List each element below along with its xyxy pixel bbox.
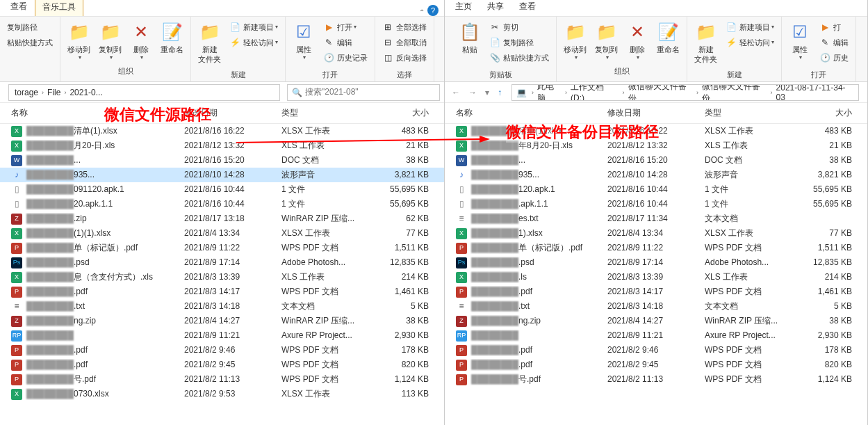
- properties-button[interactable]: ☑属性▾: [288, 18, 319, 63]
- file-row[interactable]: ▯████████120.apk.12021/8/16 10:441 文件55,…: [445, 182, 867, 197]
- col-header-size[interactable]: 大小: [802, 107, 865, 119]
- file-row[interactable]: P████████.pdf2021/8/3 14:17WPS PDF 文档1,4…: [445, 284, 867, 299]
- file-row[interactable]: Ps████████.psd2021/8/9 17:14Adobe Photos…: [0, 255, 444, 270]
- bc-segment[interactable]: 2021-0...: [68, 88, 104, 97]
- paste-shortcut-button[interactable]: 📎粘贴快捷方式: [488, 50, 550, 65]
- easy-access-button[interactable]: ⚡轻松访问▾: [724, 35, 776, 50]
- file-row[interactable]: W████████...2021/8/16 15:20DOC 文档38 KB: [0, 153, 444, 168]
- copy-path-button[interactable]: 📄复制路径: [488, 35, 550, 50]
- file-row[interactable]: RP████████2021/8/9 11:21Axure RP Project…: [445, 328, 867, 343]
- copy-path-button[interactable]: 复制路径: [6, 19, 54, 35]
- invert-selection-button[interactable]: ◫反向选择: [381, 50, 428, 65]
- paste-button[interactable]: 📋粘贴: [455, 18, 485, 57]
- file-row[interactable]: RP████████2021/8/9 11:21Axure RP Project…: [0, 328, 444, 343]
- select-none-button[interactable]: ⊟全部取消: [381, 35, 428, 50]
- file-row[interactable]: ≡████████.txt2021/8/3 14:18文本文档5 KB: [0, 299, 444, 314]
- file-row[interactable]: P████████号.pdf2021/8/2 11:13WPS PDF 文档1,…: [445, 372, 867, 387]
- nav-forward-button[interactable]: →: [466, 86, 480, 99]
- tab-view[interactable]: 查看: [511, 0, 543, 16]
- history-button[interactable]: 🕑历史记录: [322, 50, 369, 65]
- breadcrumb-path[interactable]: torage› File› 2021-0...: [8, 84, 280, 101]
- file-row[interactable]: Z████████ng.zip2021/8/4 14:27WinRAR ZIP …: [0, 314, 444, 328]
- col-header-date[interactable]: 修改日期: [184, 107, 281, 119]
- file-row[interactable]: X████████清单(1).xlsx2021/8/16 16:22XLSX 工…: [445, 124, 867, 138]
- edit-button[interactable]: ✎编辑: [818, 35, 850, 50]
- delete-button[interactable]: ✕删除▾: [126, 18, 156, 63]
- col-header-date[interactable]: 修改日期: [607, 107, 705, 119]
- file-row[interactable]: ▯████████.apk.1.12021/8/16 10:441 文件55,6…: [445, 197, 867, 211]
- file-row[interactable]: P████████.pdf2021/8/3 14:17WPS PDF 文档1,4…: [0, 284, 444, 299]
- properties-button[interactable]: ☑属性▾: [785, 18, 815, 63]
- file-row[interactable]: W████████...2021/8/16 15:20DOC 文档38 KB: [445, 153, 867, 168]
- file-row[interactable]: P████████单（标记版）.pdf2021/8/9 11:22WPS PDF…: [445, 241, 867, 255]
- tab-music-tools[interactable]: 音乐工具: [35, 0, 83, 16]
- file-row[interactable]: X████████1).xlsx2021/8/4 13:34XLSX 工作表77…: [445, 226, 867, 241]
- bc-segment[interactable]: 微信聊天文件备份: [701, 84, 769, 101]
- bc-segment[interactable]: 此电脑: [536, 84, 563, 101]
- file-row[interactable]: Z████████ng.zip2021/8/4 14:27WinRAR ZIP …: [445, 314, 867, 328]
- col-header-size[interactable]: 大小: [379, 107, 441, 119]
- open-button[interactable]: ▶打: [818, 19, 850, 35]
- copy-to-button[interactable]: 📁复制到▾: [591, 18, 622, 63]
- search-box[interactable]: 🔍搜索"2021-08": [287, 84, 440, 101]
- file-row[interactable]: X████████年8月20-日.xls2021/8/12 13:32XLS 工…: [445, 138, 867, 153]
- easy-access-button[interactable]: ⚡轻松访问▾: [228, 35, 279, 50]
- col-header-name[interactable]: 名称: [456, 107, 607, 119]
- help-icon[interactable]: ?: [427, 5, 439, 16]
- bc-segment[interactable]: 工作文档 (D:): [569, 84, 620, 101]
- cut-button[interactable]: ✂剪切: [488, 19, 550, 35]
- collapse-ribbon-icon[interactable]: ⌃: [419, 8, 425, 16]
- file-row[interactable]: Ps████████.psd2021/8/9 17:14Adobe Photos…: [445, 255, 867, 270]
- file-row[interactable]: X████████0730.xlsx2021/8/2 9:53XLSX 工作表1…: [0, 387, 444, 401]
- file-row[interactable]: P████████.pdf2021/8/2 9:46WPS PDF 文档178 …: [445, 343, 867, 358]
- bc-segment[interactable]: 2021-08-17-11-34-03: [775, 84, 854, 101]
- file-row[interactable]: X████████.ls2021/8/3 13:39XLS 工作表214 KB: [445, 270, 867, 284]
- file-row[interactable]: X████████清单(1).xlsx2021/8/16 16:22XLSX 工…: [0, 124, 444, 138]
- column-headers[interactable]: 名称 修改日期 类型 大小: [445, 103, 867, 124]
- new-folder-button[interactable]: 📁新建 文件夹: [690, 18, 721, 67]
- file-row[interactable]: ▯████████091120.apk.12021/8/16 10:441 文件…: [0, 182, 444, 197]
- file-row[interactable]: ≡████████es.txt2021/8/17 11:34文本文档: [445, 211, 867, 226]
- edit-button[interactable]: ✎编辑: [322, 35, 369, 50]
- file-row[interactable]: P████████.pdf2021/8/2 9:45WPS PDF 文档820 …: [0, 358, 444, 372]
- tab-home[interactable]: 主页: [448, 0, 480, 16]
- open-button[interactable]: ▶打开▾: [322, 19, 369, 35]
- file-row[interactable]: P████████号.pdf2021/8/2 11:13WPS PDF 文档1,…: [0, 372, 444, 387]
- paste-shortcut-button[interactable]: 粘贴快捷方式: [6, 35, 54, 50]
- history-button[interactable]: 🕑历史: [818, 50, 850, 65]
- file-row[interactable]: P████████.pdf2021/8/2 9:46WPS PDF 文档178 …: [0, 343, 444, 358]
- col-header-type[interactable]: 类型: [705, 107, 802, 119]
- copy-to-button[interactable]: 📁复制到▾: [95, 18, 126, 63]
- bc-segment[interactable]: 微信聊天文件备份: [627, 84, 695, 101]
- col-header-type[interactable]: 类型: [281, 107, 379, 119]
- file-row[interactable]: X████████月20-日.xls2021/8/12 13:32XLS 工作表…: [0, 138, 444, 153]
- column-headers[interactable]: 名称 修改日期 类型 大小: [0, 103, 444, 124]
- nav-back-button[interactable]: ←: [449, 86, 463, 99]
- rename-button[interactable]: 📝重命名: [653, 18, 684, 57]
- delete-button[interactable]: ✕删除▾: [622, 18, 653, 63]
- col-header-name[interactable]: 名称: [11, 107, 184, 119]
- file-row[interactable]: P████████单（标记版）.pdf2021/8/9 11:22WPS PDF…: [0, 241, 444, 255]
- file-row[interactable]: X████████(1)(1).xlsx2021/8/4 13:34XLSX 工…: [0, 226, 444, 241]
- select-all-button[interactable]: ⊞全部选择: [381, 19, 428, 35]
- nav-dropdown-icon[interactable]: ▾: [482, 86, 492, 99]
- new-folder-button[interactable]: 📁新建 文件夹: [194, 18, 225, 67]
- file-row[interactable]: X████████息（含支付方式）.xls2021/8/3 13:39XLS 工…: [0, 270, 444, 284]
- file-row[interactable]: ♪████████935...2021/8/10 14:28波形声音3,821 …: [0, 168, 444, 182]
- tab-view[interactable]: 查看: [3, 0, 35, 16]
- move-to-button[interactable]: 📁移动到▾: [63, 18, 95, 63]
- move-to-button[interactable]: 📁移动到▾: [559, 18, 591, 63]
- breadcrumb-path[interactable]: 💻 › 此电脑› 工作文档 (D:)› 微信聊天文件备份› 微信聊天文件备份› …: [511, 84, 859, 101]
- new-item-button[interactable]: 📄新建项目▾: [228, 19, 279, 35]
- file-row[interactable]: ♪████████935...2021/8/10 14:28波形声音3,821 …: [445, 168, 867, 182]
- file-row[interactable]: ≡████████.txt2021/8/3 14:18文本文档5 KB: [445, 299, 867, 314]
- file-row[interactable]: P████████.pdf2021/8/2 9:45WPS PDF 文档820 …: [445, 358, 867, 372]
- file-row[interactable]: Z████████.zip2021/8/17 13:18WinRAR ZIP 压…: [0, 211, 444, 226]
- new-item-button[interactable]: 📄新建项目▾: [724, 19, 776, 35]
- tab-share[interactable]: 共享: [480, 0, 511, 16]
- bc-segment[interactable]: File: [46, 88, 62, 97]
- rename-button[interactable]: 📝重命名: [156, 18, 188, 57]
- bc-segment[interactable]: torage: [13, 88, 40, 97]
- file-row[interactable]: ▯████████20.apk.1.12021/8/16 10:441 文件55…: [0, 197, 444, 211]
- nav-up-button[interactable]: ↑: [495, 86, 505, 99]
